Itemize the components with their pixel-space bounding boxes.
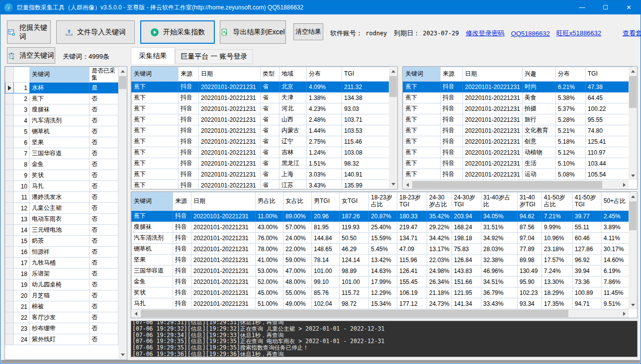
column-header[interactable]: 日期 [199, 67, 261, 82]
cell[interactable]: 20.96 [312, 211, 340, 222]
table-row[interactable]: 11潘婷洗发水否 [5, 192, 118, 203]
cell[interactable]: 5.37% [555, 103, 585, 114]
cell[interactable]: 24 [14, 334, 30, 345]
cell[interactable]: 否 [90, 159, 118, 170]
cell[interactable]: 127.86 [572, 244, 601, 255]
cell[interactable]: 105.54 [585, 169, 632, 180]
cell[interactable]: 客厅沙发 [30, 312, 90, 323]
cell[interactable]: 奶茶 [30, 236, 90, 247]
cell[interactable]: 6.21% [555, 82, 585, 92]
cell[interactable]: 5.18% [555, 136, 585, 147]
cell[interactable]: 11.45% [601, 287, 630, 298]
cell[interactable]: 89.00% [283, 211, 312, 222]
scroll-right-arrow[interactable] [620, 309, 629, 318]
cell[interactable]: 20 [14, 290, 30, 301]
cell[interactable]: 三国华容道 [30, 148, 90, 159]
scroll-right-arrow[interactable] [620, 181, 629, 189]
table-row[interactable]: 蕉下抖音20220101-20221231文化教育5.21%74.80 [403, 125, 633, 136]
column-header[interactable]: 来源 [173, 192, 191, 211]
table-row[interactable]: 蕉下抖音20220101-20221231省上海3.03%140.91 [132, 169, 389, 180]
cell[interactable]: 抖音 [179, 169, 199, 180]
cell[interactable]: 20220101-20221231 [191, 222, 256, 233]
scroll-thumb[interactable] [141, 310, 568, 317]
cell[interactable]: 177.12 [397, 298, 427, 309]
column-header[interactable]: 是否已采集 [90, 67, 118, 83]
cell[interactable]: 102.04 [312, 298, 340, 309]
cell[interactable]: 47.00% [283, 266, 312, 276]
cell[interactable]: 100.22 [585, 103, 632, 114]
cell[interactable]: 5.38% [555, 92, 585, 103]
cell[interactable]: 蕉下 [403, 114, 441, 125]
cell[interactable]: 省 [261, 82, 279, 92]
cell[interactable]: 抖音 [179, 82, 199, 92]
cell[interactable]: 103.08 [342, 147, 389, 158]
row-selector[interactable] [5, 192, 14, 203]
cell[interactable]: 98.72 [340, 298, 369, 309]
cell[interactable]: 蕉下 [403, 125, 441, 136]
cell[interactable]: 抖音 [441, 136, 463, 147]
column-header[interactable]: 分布 [307, 67, 342, 82]
cell[interactable]: 10.96% [542, 233, 572, 244]
cell[interactable]: 省 [261, 147, 279, 158]
scroll-up-arrow[interactable] [118, 67, 127, 76]
cell[interactable]: 5.21% [555, 125, 585, 136]
cell[interactable]: 蕉下 [132, 136, 179, 147]
scroll-left-arrow[interactable] [403, 181, 412, 189]
cell[interactable]: 75.83 [452, 244, 481, 255]
cell[interactable]: 140.91 [342, 169, 389, 180]
cell[interactable]: 儿童公主裙 [30, 203, 90, 214]
column-header[interactable]: 男占比 [256, 192, 283, 211]
cell[interactable]: 103.44 [585, 158, 632, 169]
cell[interactable]: 抖音 [179, 92, 199, 103]
cell[interactable]: 102.23 [517, 287, 542, 298]
table-row[interactable]: 蕉下抖音20220101-2022123111.00%89.00%20.9618… [132, 211, 631, 222]
cell[interactable]: 3.03% [307, 169, 342, 180]
cell[interactable]: 7.21% [542, 211, 572, 222]
table-row[interactable]: 8金鱼否 [5, 159, 118, 170]
cell[interactable]: 28.03% [481, 244, 517, 255]
cell[interactable]: 20220101-20221231 [199, 147, 261, 158]
cell[interactable]: 时尚 [522, 82, 555, 92]
cell[interactable]: 否 [90, 279, 118, 290]
row-selector[interactable] [5, 290, 14, 301]
cell[interactable]: 否 [90, 301, 118, 312]
cell[interactable]: 53.00% [256, 266, 283, 276]
row-selector[interactable] [5, 214, 14, 225]
scroll-thumb[interactable] [629, 76, 637, 108]
cell[interactable]: 24.98% [427, 266, 452, 276]
cell[interactable]: 7.86% [601, 276, 630, 287]
column-header[interactable]: 24-30岁占比 [427, 192, 452, 211]
cell[interactable]: 抖音 [173, 287, 191, 298]
cell[interactable]: 抖音 [441, 82, 463, 92]
cell[interactable]: 九牧马桶 [30, 258, 90, 269]
table-row[interactable]: 6坚果否 [5, 137, 118, 148]
column-header[interactable]: 来源 [179, 67, 199, 82]
table-row[interactable]: 金鱼抖音20220101-2022123152.00%48.00%99.1010… [132, 276, 631, 287]
scroll-up-arrow[interactable] [629, 192, 637, 201]
cell[interactable]: 金鱼 [132, 276, 173, 287]
table-row[interactable]: 蕉下抖音20220101-20221231创意5.18%125.41 [403, 136, 633, 147]
cell[interactable]: 5.08% [555, 169, 585, 180]
scroll-down-arrow[interactable] [118, 351, 127, 359]
cell[interactable]: 5.12% [555, 147, 585, 158]
cell[interactable]: 汽车清洗剂 [132, 233, 173, 244]
row-selector[interactable] [5, 334, 14, 345]
cell[interactable]: 蕉下 [30, 93, 90, 104]
cell[interactable]: 101.00 [340, 276, 369, 287]
cell[interactable]: 93.03 [342, 103, 389, 114]
cell[interactable]: 生活 [522, 158, 555, 169]
cell[interactable]: 13.30% [542, 276, 572, 287]
table-row[interactable]: 19幼儿园桌椅否 [5, 279, 118, 290]
table-row[interactable]: 5铡草机否 [5, 126, 118, 137]
cell[interactable]: 46.96% [481, 266, 517, 276]
cell[interactable]: 39.77 [572, 211, 601, 222]
cell[interactable]: 47.38 [585, 82, 632, 92]
region-grid-vscrollbar[interactable] [389, 67, 397, 188]
cell[interactable]: 省 [261, 180, 279, 190]
cell[interactable]: 蕉下 [132, 180, 179, 190]
table-row[interactable]: 16恒源祥否 [5, 247, 118, 258]
cell[interactable]: 蕉下 [403, 147, 441, 158]
row-selector[interactable] [5, 225, 14, 236]
cell[interactable]: 49.00% [283, 298, 312, 309]
column-header[interactable]: 关键词 [403, 67, 441, 82]
